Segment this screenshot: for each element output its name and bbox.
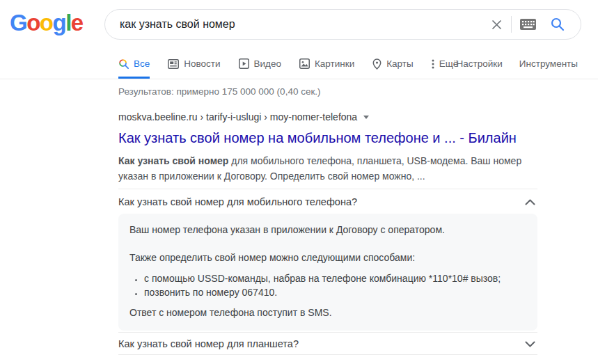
images-icon (299, 58, 310, 69)
keyboard-icon (520, 19, 536, 30)
answer-bullet-list: с помощью USSD-команды, набрав на телефо… (129, 271, 526, 299)
tab-label: Видео (254, 58, 281, 69)
divider (118, 189, 537, 189)
answer-paragraph: Ответ с номером телефона поступит в SMS. (129, 306, 526, 319)
google-logo[interactable]: Google (10, 10, 83, 36)
result-snippet: Как узнать свой номер для мобильного тел… (118, 153, 537, 184)
chevron-up-icon (525, 199, 537, 205)
answer-paragraph: Также определить свой номер можно следую… (129, 251, 526, 264)
result-breadcrumb: moskva.beeline.ru › tarify-i-uslugi › mo… (118, 111, 537, 122)
answer-bullet: позвонить по номеру 067410. (144, 285, 526, 299)
news-icon (168, 59, 179, 69)
tools-link[interactable]: Инструменты (519, 49, 578, 79)
video-icon (239, 58, 249, 69)
logo-letter: o (26, 10, 40, 35)
result-stats: Результатов: примерно 175 000 000 (0,40 … (118, 86, 537, 97)
tab-news[interactable]: Новости (168, 49, 220, 79)
results-tab-bar: Все Новости Видео (0, 49, 598, 79)
clear-icon (491, 19, 503, 31)
faq-answer-panel: Ваш номер телефона указан в приложении к… (118, 214, 537, 331)
logo-letter: g (53, 10, 66, 35)
logo-letter: e (71, 10, 83, 35)
tab-video[interactable]: Видео (239, 49, 281, 79)
logo-letter: l (65, 10, 71, 35)
search-icon (118, 58, 129, 69)
breadcrumb-url: moskva.beeline.ru › tarify-i-uslugi › mo… (118, 111, 357, 122)
keyboard-button[interactable] (513, 10, 543, 38)
settings-label: Настройки (457, 58, 503, 69)
answer-bullet: с помощью USSD-команды, набрав на телефо… (144, 271, 526, 285)
search-icon (550, 17, 565, 32)
logo-letter: o (40, 10, 53, 35)
faq-question-label: Как узнать свой номер для мобильного тел… (118, 196, 357, 207)
tab-all[interactable]: Все (118, 49, 150, 79)
divider (118, 354, 537, 355)
settings-link[interactable]: Настройки (457, 49, 503, 79)
search-submit-button[interactable] (543, 10, 572, 38)
answer-paragraph: Ваш номер телефона указан в приложении к… (129, 223, 526, 236)
tab-label: Карты (386, 58, 413, 69)
searchbox-divider (511, 16, 512, 33)
chevron-down-icon (525, 341, 537, 347)
tools-label: Инструменты (519, 58, 578, 69)
clear-button[interactable] (484, 10, 510, 38)
result-options-arrow-icon[interactable] (363, 116, 369, 119)
maps-icon (372, 58, 381, 70)
faq-question-tablet[interactable]: Как узнать свой номер для планшета? (118, 333, 537, 354)
faq-question-label: Как узнать свой номер для планшета? (118, 338, 299, 349)
divider (118, 332, 537, 333)
tab-label: Новости (184, 58, 220, 69)
tab-label: Все (134, 58, 150, 69)
tab-images[interactable]: Картинки (299, 49, 354, 79)
snippet-bold-text: Как узнать свой номер (118, 155, 228, 166)
tab-label: Картинки (315, 58, 354, 69)
more-icon (432, 59, 434, 69)
search-bar[interactable] (104, 9, 581, 40)
tab-maps[interactable]: Карты (372, 49, 413, 79)
result-title-link[interactable]: Как узнать свой номер на мобильном телеф… (118, 129, 537, 147)
faq-question-mobile[interactable]: Как узнать свой номер для мобильного тел… (118, 191, 537, 213)
logo-letter: G (10, 10, 26, 35)
search-input[interactable] (105, 10, 484, 38)
